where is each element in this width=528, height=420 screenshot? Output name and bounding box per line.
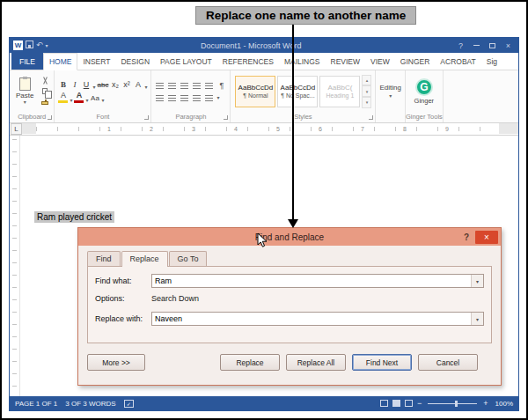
editing-menu-button[interactable]: Editing bbox=[379, 84, 400, 92]
text-effects-button[interactable]: A bbox=[133, 79, 143, 90]
copy-icon[interactable] bbox=[40, 87, 50, 96]
align-left-icon[interactable] bbox=[155, 93, 165, 102]
tab-go-to[interactable]: Go To bbox=[169, 251, 208, 266]
replace-with-input[interactable]: Naveen ▾ bbox=[151, 312, 484, 326]
proofing-check-icon[interactable]: ✓ bbox=[124, 400, 134, 408]
ginger-icon[interactable]: G bbox=[415, 78, 433, 96]
save-icon[interactable] bbox=[26, 41, 33, 50]
tab-file[interactable]: FILE bbox=[11, 53, 43, 70]
styles-gallery-scrollbar[interactable]: ▴ ▾ ▾ bbox=[362, 75, 371, 108]
change-case-dropdown-icon[interactable]: ▾ bbox=[102, 98, 105, 103]
replace-button[interactable]: Replace bbox=[220, 354, 280, 371]
tab-find[interactable]: Find bbox=[87, 251, 121, 266]
cut-icon[interactable] bbox=[40, 76, 50, 85]
ribbon-help-icon[interactable]: ? bbox=[454, 38, 467, 53]
zoom-level[interactable]: 100% bbox=[495, 400, 513, 408]
dialog-close-button[interactable]: × bbox=[475, 231, 498, 244]
style-normal[interactable]: AaBbCcDd ¶ Normal bbox=[235, 76, 275, 107]
tab-replace[interactable]: Replace bbox=[121, 251, 168, 267]
ruler-right-margin[interactable] bbox=[499, 123, 518, 134]
multilevel-list-icon[interactable] bbox=[180, 81, 189, 90]
styles-scroll-down-icon[interactable]: ▾ bbox=[362, 85, 371, 97]
line-spacing-icon[interactable] bbox=[204, 93, 214, 102]
font-color-dropdown-icon[interactable]: ▾ bbox=[85, 98, 88, 103]
cancel-button[interactable]: Cancel bbox=[418, 354, 478, 371]
increase-indent-icon[interactable] bbox=[204, 81, 214, 90]
text-highlight-button[interactable]: A bbox=[58, 92, 68, 103]
tab-acrobat[interactable]: ACROBAT bbox=[435, 53, 480, 70]
decrease-indent-icon[interactable] bbox=[192, 81, 202, 90]
tab-ginger[interactable]: GINGER bbox=[395, 53, 436, 70]
paragraph-group: ¶ ▾ Paragraph bbox=[151, 70, 231, 122]
strikethrough-button[interactable]: abc bbox=[97, 79, 108, 90]
paragraph-dialog-launcher-icon[interactable] bbox=[224, 115, 228, 120]
replace-with-dropdown-icon[interactable]: ▾ bbox=[471, 313, 483, 325]
paste-dropdown-icon[interactable]: ▾ bbox=[24, 99, 26, 105]
clipboard-dialog-launcher-icon[interactable] bbox=[48, 115, 52, 120]
find-what-dropdown-icon[interactable]: ▾ bbox=[471, 275, 483, 287]
highlight-dropdown-icon[interactable]: ▾ bbox=[70, 98, 72, 103]
style-heading-1[interactable]: AaBbC( Heading 1 bbox=[319, 76, 360, 107]
close-icon[interactable]: × bbox=[502, 38, 515, 53]
print-layout-icon[interactable] bbox=[392, 400, 400, 407]
dialog-help-button[interactable]: ? bbox=[458, 232, 475, 242]
font-color-button[interactable]: A bbox=[74, 92, 84, 103]
minimize-icon[interactable] bbox=[470, 38, 483, 53]
tab-home[interactable]: HOME bbox=[43, 53, 78, 70]
align-right-icon[interactable] bbox=[180, 93, 189, 102]
styles-gallery-more-icon[interactable]: ▾ bbox=[362, 97, 371, 108]
replace-with-value[interactable]: Naveen bbox=[152, 314, 471, 323]
font-dialog-launcher-icon[interactable] bbox=[144, 115, 149, 120]
underline-button[interactable]: U bbox=[81, 79, 91, 90]
tab-design[interactable]: DESIGN bbox=[115, 53, 155, 70]
line-spacing-dropdown-icon[interactable]: ▾ bbox=[216, 95, 219, 100]
zoom-in-button[interactable]: + bbox=[483, 400, 488, 408]
format-painter-icon[interactable] bbox=[40, 99, 50, 107]
find-what-value[interactable]: Ram bbox=[152, 276, 471, 285]
undo-icon[interactable]: ↶ bbox=[36, 41, 43, 49]
text-effects-dropdown-icon[interactable]: ▾ bbox=[144, 85, 147, 90]
web-layout-icon[interactable] bbox=[405, 400, 413, 407]
tab-mailings[interactable]: MAILINGS bbox=[279, 53, 326, 70]
bold-button[interactable]: B bbox=[58, 79, 68, 90]
paste-button[interactable]: Paste ▾ bbox=[13, 77, 36, 106]
tab-page-layout[interactable]: PAGE LAYOUT bbox=[155, 53, 217, 70]
change-case-button[interactable]: Aa bbox=[91, 92, 100, 103]
tab-insert[interactable]: INSERT bbox=[77, 53, 115, 70]
style-preview: AaBbC( bbox=[327, 84, 352, 92]
subscript-button[interactable]: x₂ bbox=[110, 79, 120, 90]
zoom-slider[interactable] bbox=[428, 403, 477, 404]
justify-icon[interactable] bbox=[192, 93, 202, 102]
tab-references[interactable]: REFERENCES bbox=[217, 53, 279, 70]
word-app-icon[interactable]: W bbox=[13, 41, 23, 50]
tab-selector[interactable]: L bbox=[11, 123, 22, 135]
style-no-spacing[interactable]: AaBbCcDd ¶ No Spac... bbox=[277, 76, 318, 107]
qat-customize-icon[interactable]: ▾ bbox=[46, 43, 48, 48]
dialog-title-bar[interactable]: Find and Replace ? × bbox=[78, 228, 501, 246]
find-what-input[interactable]: Ram ▾ bbox=[151, 274, 484, 288]
underline-dropdown-icon[interactable]: ▾ bbox=[92, 85, 95, 90]
show-formatting-marks-icon[interactable]: ¶ bbox=[216, 81, 226, 91]
maximize-icon[interactable] bbox=[486, 38, 499, 53]
zoom-slider-thumb[interactable] bbox=[455, 401, 458, 407]
italic-button[interactable]: I bbox=[70, 79, 79, 90]
tab-signature[interactable]: Sig bbox=[481, 53, 502, 70]
align-center-icon[interactable] bbox=[167, 93, 177, 102]
word-count[interactable]: 3 OF 3 WORDS bbox=[65, 400, 115, 408]
superscript-button[interactable]: x² bbox=[121, 79, 131, 90]
ruler-left-margin[interactable] bbox=[22, 123, 36, 134]
document-text[interactable]: Ram played cricket bbox=[34, 211, 114, 223]
bullets-icon[interactable] bbox=[155, 81, 165, 90]
tab-review[interactable]: REVIEW bbox=[326, 53, 366, 70]
editing-dropdown-icon[interactable]: ▾ bbox=[389, 93, 392, 99]
tab-view[interactable]: VIEW bbox=[365, 53, 395, 70]
styles-dialog-launcher-icon[interactable] bbox=[369, 115, 373, 120]
numbering-icon[interactable] bbox=[167, 81, 177, 90]
read-mode-icon[interactable] bbox=[380, 400, 388, 407]
page-indicator[interactable]: PAGE 1 OF 1 bbox=[15, 400, 57, 408]
find-next-button[interactable]: Find Next bbox=[352, 354, 412, 371]
more-button[interactable]: More >> bbox=[87, 354, 145, 371]
styles-scroll-up-icon[interactable]: ▴ bbox=[362, 75, 371, 86]
replace-all-button[interactable]: Replace All bbox=[286, 354, 346, 371]
zoom-out-button[interactable]: − bbox=[417, 400, 422, 408]
